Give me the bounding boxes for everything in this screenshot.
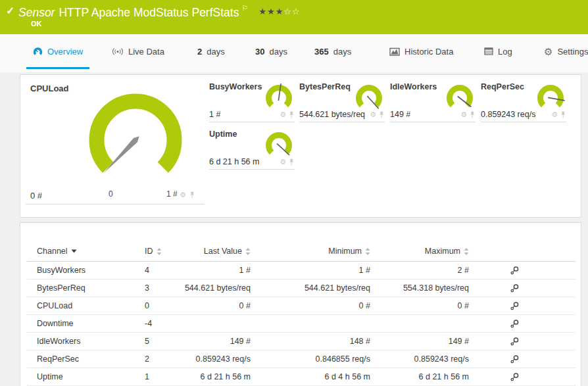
channel-settings-icon[interactable]	[510, 337, 520, 347]
channel-settings-button[interactable]	[469, 266, 576, 276]
pin-icon[interactable]	[469, 111, 476, 118]
channel-minimum: 0 #	[251, 301, 370, 310]
object-kind-label: Sensor	[18, 6, 55, 19]
channel-table-header: ChannelIDLast ValueMinimumMaximum	[27, 241, 576, 262]
channel-settings-icon[interactable]	[510, 319, 520, 329]
pin-icon[interactable]	[288, 158, 295, 166]
tab-live-data[interactable]: Live Data	[105, 34, 171, 68]
gauge-tile-idleworkers: IdleWorkers 149 # ⚙	[390, 80, 476, 122]
gear-icon[interactable]: ⚙	[370, 111, 376, 118]
channel-settings-button[interactable]	[469, 372, 576, 382]
channel-table: ChannelIDLast ValueMinimumMaximum BusyWo…	[27, 241, 576, 386]
channel-name: BusyWorkers	[37, 266, 145, 275]
gear-icon[interactable]: ⚙	[551, 111, 558, 118]
pin-icon[interactable]	[189, 191, 195, 199]
channel-maximum: 554.318 bytes/req	[370, 283, 469, 293]
tab-settings[interactable]: ⚙Settings	[537, 34, 588, 68]
star-empty-icon[interactable]: ☆	[292, 7, 301, 16]
tab-365-days[interactable]: 365days	[308, 34, 358, 68]
gauge-max-label: 1 #	[166, 189, 178, 199]
channel-settings-icon[interactable]	[510, 354, 520, 364]
gear-icon[interactable]: ⚙	[280, 158, 286, 166]
tab-label-number: 2	[197, 47, 202, 57]
tab-overview[interactable]: Overview	[26, 34, 89, 68]
channel-settings-button[interactable]	[469, 301, 576, 311]
channel-last-value: 544.621 bytes/req	[171, 283, 251, 293]
channel-id: 3	[145, 283, 171, 293]
gauge-title: IdleWorkers	[390, 82, 437, 91]
channel-name: CPULoad	[37, 301, 145, 310]
channel-name: Uptime	[37, 372, 145, 381]
gauge-title: CPULoad	[30, 84, 69, 93]
channel-settings-icon[interactable]	[510, 301, 520, 311]
gauge-title: BytesPerReq	[299, 82, 351, 91]
gauges-panel: CPULoad 0 1 # 0 # ⚙ BusyWorkers 1 # ⚙ By…	[20, 74, 581, 218]
channel-settings-button[interactable]	[469, 337, 576, 347]
gauge-tile-uptime: Uptime 6 d 21 h 56 m ⚙	[209, 128, 295, 170]
channel-settings-button[interactable]	[469, 354, 576, 364]
channel-minimum: 0.846855 req/s	[251, 354, 370, 364]
channel-minimum: 148 #	[251, 337, 370, 346]
channel-settings-icon[interactable]	[510, 372, 520, 382]
column-header-last-value[interactable]: Last Value	[171, 247, 251, 256]
gauge-title: Uptime	[209, 130, 237, 139]
tab-historic-data[interactable]: Historic Data	[383, 34, 460, 68]
tab-label: Historic Data	[404, 47, 453, 57]
gauge-tile-bytesperreq: BytesPerReq 544.621 bytes/req ⚙	[299, 80, 385, 122]
tile-divider	[481, 122, 566, 122]
gauge-tile-cpuload: CPULoad 0 1 # 0 # ⚙	[20, 75, 209, 218]
gauge-current-value: 544.621 bytes/req	[299, 110, 365, 119]
flag-icon[interactable]: ⚐	[241, 4, 248, 12]
tab-2-days[interactable]: 2days	[191, 34, 232, 68]
channel-name: Downtime	[37, 319, 145, 328]
star-empty-icon[interactable]: ☆	[283, 7, 292, 16]
channel-row-bytesperreq: BytesPerReq 3 544.621 bytes/req 544.621 …	[27, 279, 576, 297]
status-badge: OK	[31, 20, 42, 28]
channel-settings-icon[interactable]	[510, 283, 520, 293]
pin-icon[interactable]	[378, 111, 385, 118]
channel-row-uptime: Uptime 1 6 d 21 h 56 m 6 d 4 h 56 m 6 d …	[27, 368, 576, 386]
sort-icon	[365, 248, 370, 255]
tab-label: Settings	[557, 47, 588, 57]
channel-settings-button[interactable]	[469, 319, 576, 329]
column-header-maximum[interactable]: Maximum	[370, 247, 469, 256]
priority-stars[interactable]: ★★★☆☆	[258, 7, 300, 16]
pin-icon[interactable]	[560, 111, 566, 118]
channel-name: ReqPerSec	[37, 354, 145, 364]
gear-icon[interactable]: ⚙	[460, 111, 467, 118]
sort-desc-icon	[71, 249, 77, 253]
gauge-current-value: 0.859243 req/s	[481, 110, 535, 119]
channel-name: BytesPerReq	[37, 283, 145, 293]
gauge-tile-actions: ⚙	[280, 111, 295, 118]
column-header-minimum[interactable]: Minimum	[251, 247, 370, 256]
channel-name: IdleWorkers	[37, 337, 145, 346]
gauge-tile-actions: ⚙	[551, 111, 566, 118]
gauge-title: ReqPerSec	[481, 82, 524, 91]
log-icon	[484, 47, 493, 55]
tab-label: Overview	[47, 47, 83, 57]
gauge-tile-actions: ⚙	[280, 158, 295, 166]
channel-maximum: 6 d 21 h 56 m	[370, 372, 469, 381]
tab-label-number: 365	[314, 47, 329, 57]
tab-label: days	[269, 47, 287, 57]
channel-last-value: 6 d 21 h 56 m	[171, 372, 251, 381]
star-filled-icon[interactable]: ★	[276, 7, 284, 16]
star-filled-icon[interactable]: ★	[258, 7, 267, 16]
star-filled-icon[interactable]: ★	[267, 7, 276, 16]
pin-icon[interactable]	[288, 111, 295, 118]
tab-label: days	[207, 47, 224, 57]
gauge-current-value: 149 #	[390, 110, 410, 119]
tile-divider	[299, 122, 385, 122]
gauge-title: BusyWorkers	[209, 82, 262, 91]
cpuload-gauge	[80, 87, 191, 196]
channel-settings-icon[interactable]	[510, 266, 520, 276]
column-header-id[interactable]: ID	[145, 247, 171, 256]
gear-icon[interactable]: ⚙	[180, 191, 186, 199]
gauge-tile-actions: ⚙	[460, 111, 476, 118]
channel-row-downtime: Downtime -4	[27, 315, 576, 333]
channel-settings-button[interactable]	[469, 283, 576, 293]
column-header-channel[interactable]: Channel	[37, 247, 145, 256]
gear-icon[interactable]: ⚙	[280, 111, 286, 118]
tab-30-days[interactable]: 30days	[249, 34, 294, 68]
tab-log[interactable]: Log	[478, 34, 519, 68]
